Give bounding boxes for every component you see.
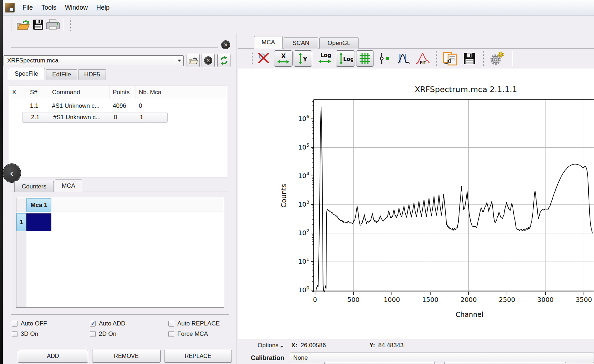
grid-toggle-button[interactable] bbox=[356, 50, 374, 67]
remove-button[interactable]: REMOVE bbox=[92, 350, 161, 363]
mca-row-header[interactable]: 1 bbox=[16, 213, 26, 231]
checkbox-auto-off[interactable]: Auto OFF bbox=[12, 320, 47, 327]
checkbox-force-mca[interactable]: Force MCA bbox=[168, 330, 208, 338]
print-button[interactable] bbox=[46, 17, 61, 32]
pymca-window: File Tools Window Help bbox=[0, 0, 594, 364]
plugins-button[interactable] bbox=[487, 50, 507, 67]
cell-points: 0 bbox=[111, 114, 137, 121]
tab-counters[interactable]: Counters bbox=[14, 181, 54, 192]
plot-toolbar-grip[interactable] bbox=[252, 52, 253, 65]
x-log-button[interactable]: Log bbox=[316, 50, 334, 67]
save-button[interactable] bbox=[31, 17, 46, 32]
checkbox-3d-on[interactable]: 3D On bbox=[12, 330, 38, 338]
col-nbmca[interactable]: Nb. Mca bbox=[136, 86, 167, 99]
checkbox-auto-add[interactable]: Auto ADD bbox=[90, 320, 126, 327]
zoom-reset-button[interactable] bbox=[256, 51, 272, 66]
close-source-button[interactable]: ✕ bbox=[202, 54, 215, 67]
fit-button[interactable]: FIT bbox=[415, 51, 431, 66]
checkbox-label: 2D On bbox=[99, 330, 116, 338]
col-s[interactable]: S# bbox=[27, 86, 49, 99]
y-log-button[interactable]: Log bbox=[336, 50, 355, 67]
source-file-combobox[interactable]: XRFSpectrum.mca bbox=[4, 55, 184, 66]
toolbar-grip[interactable] bbox=[11, 19, 12, 31]
tab-edffile[interactable]: EdfFile bbox=[46, 69, 77, 80]
plot-save-button[interactable] bbox=[461, 51, 478, 66]
y-autoscale-button[interactable]: Y bbox=[294, 50, 312, 67]
print-preview-icon bbox=[442, 51, 458, 66]
replace-button[interactable]: REPLACE bbox=[164, 350, 232, 363]
tab-mca-plot[interactable]: MCA bbox=[254, 36, 283, 49]
x-coord-value: 26.00586 bbox=[301, 342, 326, 349]
spectrum-plot[interactable]: 1001011021031041051060500100015002000250… bbox=[238, 69, 594, 339]
checkbox-box[interactable] bbox=[168, 321, 174, 327]
y-coord-label: Y: bbox=[370, 342, 375, 349]
toggle-points-button[interactable] bbox=[377, 51, 393, 66]
tab-specfile[interactable]: SpecFile bbox=[8, 68, 45, 80]
tab-opengl[interactable]: OpenGL bbox=[319, 37, 359, 49]
checkbox-label: Auto ADD bbox=[99, 320, 126, 327]
toolbar-grip-2[interactable] bbox=[70, 19, 72, 31]
menu-help[interactable]: Help bbox=[92, 2, 114, 13]
file-type-tabs: SpecFile EdfFile HDF5 bbox=[8, 69, 107, 80]
menu-file[interactable]: File bbox=[18, 2, 37, 13]
svg-text:Log: Log bbox=[343, 56, 353, 62]
table-row-selected[interactable]: 2.1 #S1 Unknown c... 0 1 bbox=[22, 112, 168, 123]
toolbar-separator bbox=[64, 18, 64, 31]
svg-text:1000: 1000 bbox=[384, 296, 400, 303]
checkbox-box[interactable] bbox=[12, 321, 17, 327]
toggle-points-icon bbox=[379, 52, 392, 65]
svg-text:3500: 3500 bbox=[576, 296, 592, 303]
table-corner bbox=[16, 198, 26, 212]
menu-bar: File Tools Window Help bbox=[3, 0, 594, 16]
checkbox-box[interactable] bbox=[90, 321, 96, 327]
plot-toolbar-separator-2 bbox=[483, 51, 484, 66]
svg-text:2500: 2500 bbox=[499, 296, 515, 303]
dock-close-button[interactable]: ✕ bbox=[221, 40, 230, 49]
partial-button[interactable] bbox=[324, 362, 435, 364]
checkbox-2d-on[interactable]: 2D On bbox=[90, 330, 116, 338]
checkbox-box[interactable] bbox=[168, 331, 174, 337]
partial-button[interactable] bbox=[444, 362, 566, 364]
table-row[interactable]: 1.1 #S1 Unknown c... 4096 0 bbox=[9, 101, 227, 111]
combo-dropdown-zone[interactable] bbox=[175, 56, 183, 66]
checkbox-label: Force MCA bbox=[177, 330, 208, 338]
col-points[interactable]: Points bbox=[110, 86, 136, 99]
panel-divider[interactable] bbox=[237, 33, 237, 364]
plot-toolbar: X Y Log bbox=[250, 49, 592, 68]
options-button[interactable]: Options bbox=[258, 342, 279, 349]
view-tabs: Counters MCA bbox=[14, 180, 83, 192]
svg-text:105: 105 bbox=[298, 142, 309, 151]
calibration-value: None bbox=[290, 354, 594, 362]
source-file-value: XRFSpectrum.mca bbox=[4, 57, 175, 64]
energy-roi-button[interactable] bbox=[396, 51, 412, 66]
plot-print-button[interactable] bbox=[441, 51, 460, 66]
svg-text:102: 102 bbox=[298, 228, 309, 237]
checkbox-box[interactable] bbox=[90, 331, 96, 337]
checkbox-box[interactable] bbox=[12, 331, 17, 337]
col-x[interactable]: X bbox=[9, 86, 27, 99]
menu-window[interactable]: Window bbox=[61, 2, 92, 13]
mca-column-header[interactable]: Mca 1 bbox=[26, 198, 51, 212]
x-autoscale-button[interactable]: X bbox=[274, 50, 293, 67]
open-source-button[interactable] bbox=[187, 54, 200, 67]
mca-selection-table: Mca 1 1 bbox=[16, 197, 224, 308]
svg-text:X: X bbox=[281, 52, 286, 60]
add-button[interactable]: ADD bbox=[18, 350, 88, 363]
svg-text:100: 100 bbox=[298, 285, 309, 294]
row-header-strip bbox=[16, 231, 26, 307]
plot-tabs: MCA SCAN OpenGL bbox=[254, 35, 360, 49]
menu-tools[interactable]: Tools bbox=[37, 2, 61, 13]
refresh-source-button[interactable] bbox=[217, 54, 230, 67]
save-icon bbox=[32, 19, 44, 30]
x-autoscale-icon: X bbox=[276, 52, 290, 65]
open-file-button[interactable] bbox=[16, 17, 31, 32]
tab-hdf5[interactable]: HDF5 bbox=[78, 69, 106, 80]
mca-selected-cell[interactable] bbox=[26, 213, 51, 231]
tab-mca[interactable]: MCA bbox=[55, 180, 82, 192]
checkbox-auto-replace[interactable]: Auto REPLACE bbox=[168, 320, 220, 327]
main-toolbar bbox=[3, 16, 594, 33]
scan-table: X S# Command Points Nb. Mca 1.1 #S1 Unkn… bbox=[9, 86, 227, 177]
col-command[interactable]: Command bbox=[49, 86, 110, 99]
svg-text:Y: Y bbox=[303, 56, 308, 63]
tab-scan[interactable]: SCAN bbox=[284, 37, 318, 49]
